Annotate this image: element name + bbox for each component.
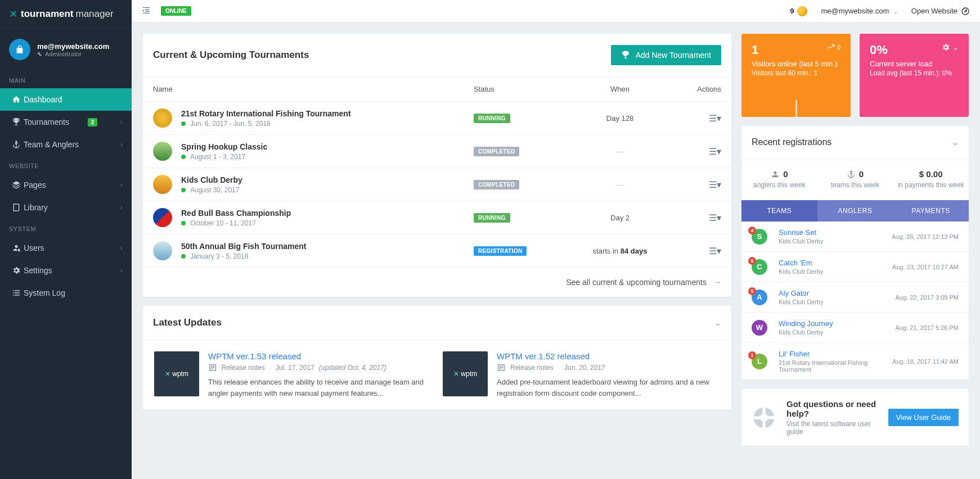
tournament-dates: Jun. 6, 2017 - Jun. 5, 2018 bbox=[181, 120, 351, 128]
arrow-right-icon: → bbox=[713, 278, 721, 287]
add-tournament-button[interactable]: Add New Tournament bbox=[611, 45, 721, 65]
row-actions-dropdown[interactable]: ☰▾ bbox=[709, 246, 721, 256]
external-link-icon bbox=[961, 7, 970, 16]
sidebar-toggle[interactable] bbox=[142, 6, 151, 16]
registration-name[interactable]: Sunrise Set bbox=[779, 228, 892, 237]
tournament-dates: August 30, 2017 bbox=[181, 186, 242, 194]
update-title[interactable]: WPTM ver.1.53 released bbox=[208, 351, 431, 361]
row-actions-dropdown[interactable]: ☰▾ bbox=[709, 114, 721, 123]
tournament-logo bbox=[153, 109, 172, 128]
tournament-name[interactable]: Kids Club Derby bbox=[181, 175, 242, 184]
table-row: Kids Club Derby August 30, 2017 COMPLETE… bbox=[143, 168, 731, 201]
registration-name[interactable]: Lil' Fisher bbox=[779, 350, 892, 358]
load-settings-dropdown[interactable]: ⌄ bbox=[941, 43, 959, 52]
brand[interactable]: ✕ tournament manager bbox=[0, 0, 132, 29]
visitors-sparkline bbox=[741, 94, 851, 117]
trend-up-icon bbox=[826, 43, 835, 52]
list-item[interactable]: S 4 Sunrise Set Kids Club Derby Aug. 28,… bbox=[741, 222, 969, 252]
chevron-right-icon: › bbox=[120, 266, 123, 274]
registration-name[interactable]: Winding Journey bbox=[779, 319, 895, 328]
tab-teams[interactable]: TEAMS bbox=[741, 200, 817, 222]
table-row: Spring Hookup Classic August 1 - 3, 2017… bbox=[143, 135, 731, 168]
nav-team-anglers[interactable]: Team & Anglers › bbox=[0, 133, 132, 156]
view-user-guide-button[interactable]: View User Guide bbox=[888, 409, 959, 426]
status-dot-icon bbox=[181, 254, 186, 259]
status-badge: RUNNING bbox=[474, 114, 510, 123]
tournament-name[interactable]: 50th Annual Big Fish Tournament bbox=[181, 242, 306, 251]
registration-name[interactable]: Catch 'Em bbox=[779, 259, 892, 267]
registration-name[interactable]: Aly Gator bbox=[779, 289, 895, 297]
list-item[interactable]: W Winding Journey Kids Club Derby Aug. 2… bbox=[741, 313, 969, 343]
coins-indicator[interactable]: 9 bbox=[790, 6, 807, 16]
nav-pages[interactable]: Pages › bbox=[0, 174, 132, 196]
tournaments-card-title: Current & Upcoming Tournaments bbox=[153, 49, 309, 61]
update-item: ✕ wptm WPTM ver.1.52 released Release no… bbox=[443, 351, 720, 399]
nav-system-log[interactable]: System Log bbox=[0, 282, 132, 304]
when-text: — bbox=[564, 147, 676, 156]
status-dot-icon bbox=[181, 188, 186, 192]
profile[interactable]: me@mywebsite.com Administrator bbox=[0, 29, 132, 70]
anchor-icon bbox=[9, 140, 24, 149]
anchor-icon bbox=[847, 170, 856, 179]
help-sub: Visit the latest software user guide bbox=[786, 420, 878, 436]
load-value: 0% bbox=[870, 43, 888, 57]
chevron-right-icon: › bbox=[120, 141, 123, 148]
status-dot-icon bbox=[181, 121, 186, 126]
nav-dashboard[interactable]: Dashboard bbox=[0, 88, 132, 111]
stat-anglers: 0 anglers this week bbox=[741, 169, 817, 189]
table-row: 50th Annual Big Fish Tournament January … bbox=[143, 234, 731, 268]
nav-tournaments-badge: 2 bbox=[88, 118, 98, 126]
chevron-right-icon: › bbox=[120, 181, 123, 189]
nav-users[interactable]: Users › bbox=[0, 237, 132, 259]
tournament-name[interactable]: Red Bull Bass Championship bbox=[181, 209, 291, 218]
account-dropdown[interactable]: me@mywebsite.com ⌄ bbox=[821, 7, 897, 15]
registration-time: Aug. 28, 2017 12:13 PM bbox=[892, 233, 959, 240]
registration-time: Aug. 23, 2017 10:27 AM bbox=[892, 264, 959, 270]
tournament-name[interactable]: Spring Hookup Classic bbox=[181, 142, 267, 151]
brand-part1: tournament bbox=[21, 8, 74, 20]
nav-section-system: SYSTEM bbox=[0, 219, 132, 237]
updates-collapse-toggle[interactable]: ⌄ bbox=[714, 318, 721, 327]
topbar: ONLINE 9 me@mywebsite.com ⌄ Open Website bbox=[132, 0, 980, 22]
count-badge: 4 bbox=[748, 227, 756, 234]
tournament-logo bbox=[153, 175, 172, 194]
registration-sub: Kids Club Derby bbox=[779, 329, 895, 336]
list-item[interactable]: L 1 Lil' Fisher 21st Rotary Internationa… bbox=[741, 343, 969, 380]
tournament-name[interactable]: 21st Rotary International Fishing Tourna… bbox=[181, 109, 351, 118]
tab-payments[interactable]: PAYMENTS bbox=[893, 200, 969, 222]
list-item[interactable]: C 5 Catch 'Em Kids Club Derby Aug. 23, 2… bbox=[741, 252, 969, 282]
help-card: Got questions or need help? Visit the la… bbox=[741, 389, 969, 446]
row-actions-dropdown[interactable]: ☰▾ bbox=[709, 213, 721, 223]
visitors-label: Visitors online (last 5 min.) bbox=[752, 60, 840, 68]
trophy-icon bbox=[9, 118, 24, 126]
row-actions-dropdown[interactable]: ☰▾ bbox=[709, 147, 721, 156]
nav-tournaments[interactable]: Tournaments 2 › bbox=[0, 111, 132, 133]
update-desc: This release enhances the ability to rec… bbox=[208, 377, 431, 399]
nav-library[interactable]: Library › bbox=[0, 196, 132, 219]
row-actions-dropdown[interactable]: ☰▾ bbox=[709, 180, 721, 189]
status-badge: COMPLETED bbox=[474, 180, 519, 189]
registration-time: Aug. 21, 2017 5:26 PM bbox=[895, 324, 959, 331]
visitors-trend: 0 bbox=[826, 43, 840, 52]
book-icon bbox=[9, 203, 24, 212]
when-text: starts in 84 days bbox=[564, 247, 676, 255]
tournaments-footer-link[interactable]: See all current & upcoming tournaments → bbox=[143, 268, 731, 297]
tournament-logo bbox=[153, 241, 172, 260]
stat-teams: 0 teams this week bbox=[817, 169, 893, 189]
when-text: Day 128 bbox=[564, 114, 676, 123]
tab-anglers[interactable]: ANGLERS bbox=[817, 200, 893, 222]
when-text: — bbox=[564, 180, 676, 189]
col-actions: Actions bbox=[676, 85, 721, 93]
server-load-tile: 0% ⌄ Current server load Load avg (last … bbox=[860, 34, 969, 117]
load-label: Current server load bbox=[870, 60, 959, 68]
update-title[interactable]: WPTM ver.1.52 released bbox=[497, 351, 720, 361]
chevron-down-icon: ⌄ bbox=[952, 43, 959, 52]
registrations-collapse-toggle[interactable]: ⌄ bbox=[952, 138, 959, 147]
count-badge: 1 bbox=[748, 351, 756, 359]
lock-icon bbox=[15, 45, 24, 54]
col-name: Name bbox=[153, 85, 474, 93]
nav-settings[interactable]: Settings › bbox=[0, 259, 132, 282]
home-icon bbox=[9, 95, 24, 104]
open-website-link[interactable]: Open Website bbox=[911, 7, 970, 16]
list-item[interactable]: A 5 Aly Gator Kids Club Derby Aug. 22, 2… bbox=[741, 282, 969, 313]
